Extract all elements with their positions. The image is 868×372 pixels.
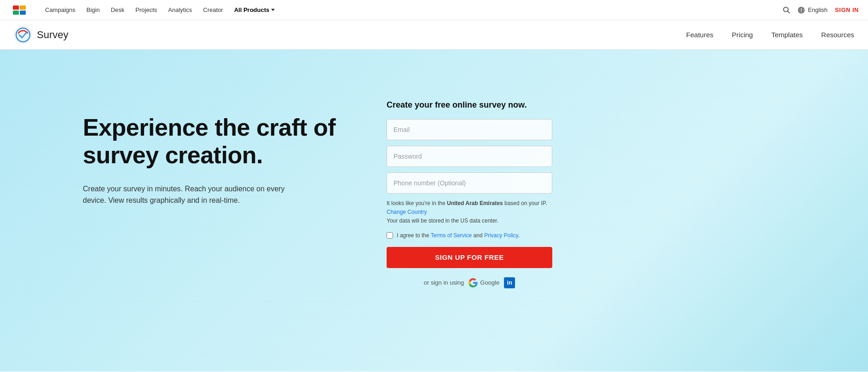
zoho-logo-sq3 [13, 11, 19, 15]
google-label: Google [480, 279, 499, 286]
zoho-logo-sq4 [20, 11, 26, 15]
chevron-down-icon [271, 9, 275, 11]
svg-line-1 [788, 11, 790, 13]
signup-button[interactable]: SIGN UP FOR FREE [387, 247, 552, 268]
change-country-link[interactable]: Change Country [387, 209, 427, 215]
nav-desk[interactable]: Desk [106, 5, 129, 15]
linkedin-signin-button[interactable]: in [504, 277, 515, 288]
location-info: It looks like you're in the United Arab … [387, 199, 552, 226]
product-nav-pricing[interactable]: Pricing [732, 31, 753, 39]
google-icon [469, 278, 478, 287]
search-button[interactable] [783, 6, 790, 14]
terms-text: I agree to the Terms of Service and Priv… [397, 231, 520, 240]
survey-brand[interactable]: Survey [14, 26, 68, 44]
nav-all-products[interactable]: All Products [230, 5, 280, 15]
top-navbar: Campaigns Bigin Desk Projects Analytics … [0, 0, 868, 20]
product-nav-links: Features Pricing Templates Resources [686, 31, 854, 39]
terms-of-service-link[interactable]: Terms of Service [431, 232, 472, 239]
or-signin-row: or sign in using Google in [387, 277, 552, 288]
nav-creator[interactable]: Creator [198, 5, 227, 15]
survey-logo-icon [14, 26, 32, 44]
zoho-logo-sq1 [13, 6, 19, 10]
or-signin-label: or sign in using [424, 279, 464, 286]
nav-campaigns[interactable]: Campaigns [41, 5, 80, 15]
password-input[interactable] [387, 146, 552, 167]
top-nav-links: Campaigns Bigin Desk Projects Analytics … [41, 5, 783, 15]
nav-analytics[interactable]: Analytics [163, 5, 197, 15]
top-nav-right: English SIGN IN [783, 6, 859, 14]
hero-section: Experience the craft of survey creation.… [0, 50, 868, 372]
survey-brand-name: Survey [37, 29, 68, 41]
hero-subtext: Create your survey in minutes. Reach you… [83, 183, 304, 206]
google-signin-button[interactable]: Google [469, 278, 499, 287]
sign-in-link[interactable]: SIGN IN [835, 6, 859, 13]
phone-input[interactable] [387, 172, 552, 194]
hero-heading: Experience the craft of survey creation. [83, 114, 359, 169]
product-navbar: Survey Features Pricing Templates Resour… [0, 20, 868, 50]
language-label: English [808, 6, 827, 13]
nav-bigin[interactable]: Bigin [82, 5, 104, 15]
signup-card: Create your free online survey now. It l… [387, 86, 552, 288]
signup-title: Create your free online survey now. [387, 100, 552, 110]
product-nav-resources[interactable]: Resources [821, 31, 854, 39]
product-nav-features[interactable]: Features [686, 31, 713, 39]
language-selector[interactable]: English [798, 6, 827, 14]
privacy-policy-link[interactable]: Privacy Policy [484, 232, 518, 239]
email-input[interactable] [387, 119, 552, 140]
globe-icon [798, 6, 805, 14]
terms-row: I agree to the Terms of Service and Priv… [387, 231, 552, 240]
search-icon [783, 6, 790, 14]
zoho-logo-sq2 [20, 6, 26, 10]
product-nav-templates[interactable]: Templates [771, 31, 803, 39]
linkedin-icon-text: in [507, 279, 512, 286]
nav-projects[interactable]: Projects [131, 5, 162, 15]
zoho-logo[interactable] [9, 4, 29, 17]
terms-checkbox[interactable] [387, 232, 393, 239]
hero-content: Experience the craft of survey creation.… [83, 86, 359, 206]
